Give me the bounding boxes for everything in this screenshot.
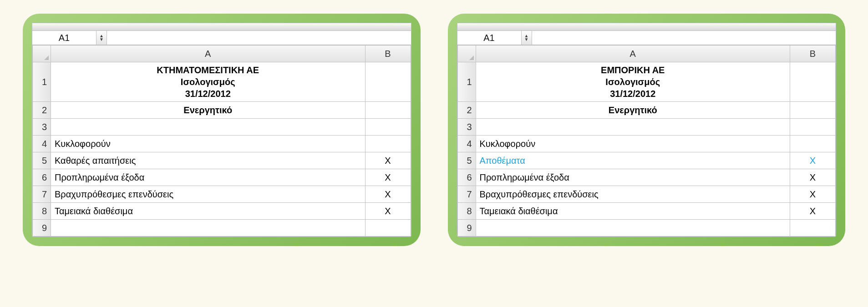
cell-title[interactable]: ΕΜΠΟΡΙΚΗ ΑΕ Ισολογισμός 31/12/2012 xyxy=(476,62,790,102)
formula-bar[interactable] xyxy=(532,31,836,45)
spreadsheet-panel: A1 ▲ ▼ A B 1 ΕΜΠΟΡ xyxy=(457,23,837,237)
title-line-1: ΚΤΗΜΑΤΟΜΕΣΙΤΙΚΗ ΑΕ xyxy=(157,65,259,75)
row-header[interactable]: 2 xyxy=(457,102,476,119)
row-header[interactable]: 7 xyxy=(457,186,476,203)
name-box-stepper[interactable]: ▲ ▼ xyxy=(96,31,107,45)
title-line-3: 31/12/2012 xyxy=(185,89,231,99)
sheet-grid[interactable]: A B 1 ΚΤΗΜΑΤΟΜΕΣΙΤΙΚΗ ΑΕ Ισολογισμός 31/… xyxy=(32,45,411,237)
spreadsheet-panel: A1 ▲ ▼ A B 1 ΚΤΗΜΑ xyxy=(32,23,411,237)
cell-group-label[interactable]: Κυκλοφορούν xyxy=(476,136,790,152)
row-header[interactable]: 3 xyxy=(457,119,476,136)
row-header[interactable]: 2 xyxy=(33,102,51,119)
cell[interactable] xyxy=(476,220,790,237)
title-line-2: Ισολογισμός xyxy=(181,77,235,87)
cell-item-label[interactable]: Προπληρωμένα έξοδα xyxy=(476,169,790,186)
cell-item-value[interactable]: X xyxy=(365,152,411,169)
column-header-b[interactable]: B xyxy=(790,45,836,62)
cell-item-label[interactable]: Ταμειακά διαθέσιμα xyxy=(51,203,365,220)
row-header[interactable]: 5 xyxy=(33,152,51,169)
select-all-button[interactable] xyxy=(33,45,51,62)
spreadsheet-card-left: A1 ▲ ▼ A B 1 ΚΤΗΜΑ xyxy=(23,14,421,246)
cell-group-label[interactable]: Κυκλοφορούν xyxy=(51,136,365,152)
chevron-down-icon: ▼ xyxy=(99,38,104,41)
name-box[interactable]: A1 xyxy=(32,31,96,45)
formula-bar-row: A1 ▲ ▼ xyxy=(457,31,836,45)
cell[interactable] xyxy=(790,220,836,237)
cell-item-value[interactable]: X xyxy=(790,152,836,169)
row-header[interactable]: 4 xyxy=(33,136,51,152)
sheet-grid[interactable]: A B 1 ΕΜΠΟΡΙΚΗ ΑΕ Ισολογισμός 31/12/2012… xyxy=(457,45,836,237)
cell[interactable] xyxy=(365,102,411,119)
window-title-bar xyxy=(457,23,836,31)
cell-item-value[interactable]: X xyxy=(790,169,836,186)
column-header-a[interactable]: A xyxy=(51,45,365,62)
cell-section-header[interactable]: Ενεργητικό xyxy=(476,102,790,119)
cell[interactable] xyxy=(365,220,411,237)
column-header-a[interactable]: A xyxy=(476,45,790,62)
cell-item-label[interactable]: Βραχυπρόθεσμες επενδύσεις xyxy=(51,186,365,203)
cell-item-value[interactable]: X xyxy=(365,203,411,220)
cell[interactable] xyxy=(476,119,790,136)
cell-title[interactable]: ΚΤΗΜΑΤΟΜΕΣΙΤΙΚΗ ΑΕ Ισολογισμός 31/12/201… xyxy=(51,62,365,102)
cell[interactable] xyxy=(365,62,411,102)
row-header[interactable]: 1 xyxy=(457,62,476,102)
cell-item-label[interactable]: Αποθέματα xyxy=(476,152,790,169)
cell-item-value[interactable]: X xyxy=(365,186,411,203)
row-header[interactable]: 4 xyxy=(457,136,476,152)
title-line-2: Ισολογισμός xyxy=(605,77,660,87)
cell[interactable] xyxy=(790,119,836,136)
select-all-button[interactable] xyxy=(457,45,476,62)
formula-bar-row: A1 ▲ ▼ xyxy=(32,31,411,45)
cell[interactable] xyxy=(51,220,365,237)
title-line-1: ΕΜΠΟΡΙΚΗ ΑΕ xyxy=(601,65,665,75)
row-header[interactable]: 9 xyxy=(457,220,476,237)
row-header[interactable]: 8 xyxy=(33,203,51,220)
cell-item-label[interactable]: Προπληρωμένα έξοδα xyxy=(51,169,365,186)
name-box-stepper[interactable]: ▲ ▼ xyxy=(522,31,532,45)
row-header[interactable]: 1 xyxy=(33,62,51,102)
window-title-bar xyxy=(32,23,411,31)
cell-section-header[interactable]: Ενεργητικό xyxy=(51,102,365,119)
name-box[interactable]: A1 xyxy=(457,31,522,45)
row-header[interactable]: 3 xyxy=(33,119,51,136)
cell-item-value[interactable]: X xyxy=(790,186,836,203)
cell[interactable] xyxy=(790,136,836,152)
cell-item-label[interactable]: Βραχυπρόθεσμες επενδύσεις xyxy=(476,186,790,203)
cell[interactable] xyxy=(790,62,836,102)
cell[interactable] xyxy=(365,119,411,136)
row-header[interactable]: 8 xyxy=(457,203,476,220)
row-header[interactable]: 6 xyxy=(33,169,51,186)
cell[interactable] xyxy=(365,136,411,152)
row-header[interactable]: 6 xyxy=(457,169,476,186)
cell-item-label[interactable]: Καθαρές απαιτήσεις xyxy=(51,152,365,169)
page: A1 ▲ ▼ A B 1 ΚΤΗΜΑ xyxy=(0,0,868,260)
row-header[interactable]: 9 xyxy=(33,220,51,237)
row-header[interactable]: 5 xyxy=(457,152,476,169)
title-line-3: 31/12/2012 xyxy=(610,89,655,99)
cell[interactable] xyxy=(51,119,365,136)
row-header[interactable]: 7 xyxy=(33,186,51,203)
cell-item-label[interactable]: Ταμειακά διαθέσιμα xyxy=(476,203,790,220)
spreadsheet-card-right: A1 ▲ ▼ A B 1 ΕΜΠΟΡ xyxy=(448,14,846,246)
formula-bar[interactable] xyxy=(107,31,411,45)
chevron-down-icon: ▼ xyxy=(524,38,529,41)
column-header-b[interactable]: B xyxy=(365,45,411,62)
cell[interactable] xyxy=(790,102,836,119)
cell-item-value[interactable]: X xyxy=(790,203,836,220)
cell-item-value[interactable]: X xyxy=(365,169,411,186)
